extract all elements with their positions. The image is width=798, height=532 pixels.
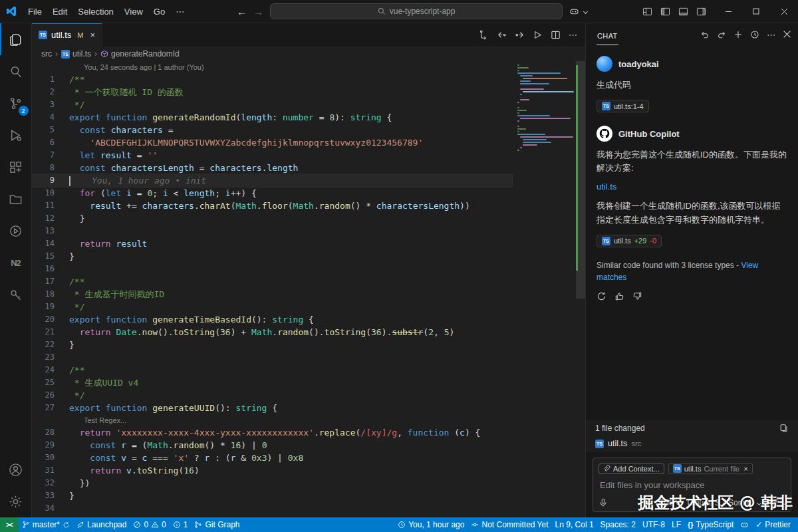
back-icon[interactable]: ←: [237, 6, 247, 17]
next-change-icon[interactable]: [515, 30, 525, 40]
blame-item[interactable]: You, 1 hour ago: [394, 517, 467, 532]
tab-util-ts[interactable]: TS util.ts M ×: [32, 23, 102, 47]
cursor-position-item[interactable]: Ln 9, Col 1: [552, 517, 597, 532]
toggle-panel-icon[interactable]: [678, 7, 688, 17]
search-nav-icon[interactable]: [0, 55, 32, 87]
thumbs-up-icon[interactable]: [614, 291, 624, 301]
formatter-item[interactable]: ✓ Prettier: [752, 517, 794, 532]
more-actions-icon[interactable]: ⋯: [569, 30, 577, 40]
send-button[interactable]: [769, 498, 785, 507]
menu-edit[interactable]: Edit: [47, 4, 72, 19]
menu-overflow[interactable]: ⋯: [170, 4, 190, 19]
language-mode-item[interactable]: {} TypeScript: [684, 517, 737, 532]
code-line[interactable]: 7 let result = '': [32, 149, 512, 162]
minimize-button[interactable]: [714, 0, 742, 23]
split-editor-icon[interactable]: [551, 30, 561, 40]
code-line[interactable]: 32 }): [32, 477, 512, 489]
code-line[interactable]: 19 */: [32, 301, 512, 313]
breadcrumb-symbol[interactable]: generateRandomId: [100, 49, 180, 59]
code-line[interactable]: 25 * 生成UUID v4: [32, 376, 512, 389]
chat-close-icon[interactable]: [783, 30, 791, 40]
file-link[interactable]: util.ts: [597, 182, 787, 192]
chat-history-icon[interactable]: [750, 30, 759, 40]
code-line[interactable]: 33}: [32, 489, 512, 502]
redo-edit-icon[interactable]: [717, 30, 726, 40]
code-line[interactable]: 4export function generateRandomId(length…: [32, 111, 512, 124]
git-graph-item[interactable]: Git Graph: [191, 517, 243, 532]
microphone-icon[interactable]: [598, 498, 608, 507]
code-line[interactable]: 21 return Date.now().toString(36) + Math…: [32, 326, 512, 338]
thumbs-down-icon[interactable]: [632, 291, 642, 301]
run-debug-icon[interactable]: [0, 119, 32, 151]
add-context-button[interactable]: Add Context...: [598, 464, 664, 474]
tab-close-icon[interactable]: ×: [90, 30, 96, 40]
code-line[interactable]: 5 const characters =: [32, 124, 512, 136]
toggle-secondary-sidebar-icon[interactable]: [696, 7, 706, 17]
maximize-button[interactable]: [742, 0, 770, 23]
code-line[interactable]: 28 return 'xxxxxxxx-xxxx-4xxx-yxxx-xxxxx…: [32, 426, 512, 439]
current-file-chip[interactable]: TS util.ts Current file ×: [668, 463, 753, 474]
file-reference-chip[interactable]: TS util.ts:1-4: [597, 100, 649, 112]
commit-status-item[interactable]: Not Committed Yet: [467, 517, 551, 532]
code-line[interactable]: 23: [32, 351, 512, 364]
problems-item[interactable]: 0 0: [130, 517, 169, 532]
code-line[interactable]: 27export function generateUUID(): string…: [32, 402, 512, 414]
source-control-icon[interactable]: 2: [0, 87, 32, 119]
customize-layout-icon[interactable]: [642, 7, 652, 17]
code-line[interactable]: 17/**: [32, 275, 512, 288]
launchpad-item[interactable]: Launchpad: [73, 517, 130, 532]
mode-selector[interactable]: Edit: [658, 498, 680, 507]
chat-text-input[interactable]: Edit files in your workspace: [598, 474, 785, 498]
codelens-annotation[interactable]: You, 24 seconds ago | 1 author (You): [32, 61, 512, 73]
code-editor[interactable]: You, 24 seconds ago | 1 author (You)1/**…: [32, 61, 585, 517]
code-line[interactable]: 29 const r = (Math.random() * 16) | 0: [32, 439, 512, 452]
chat-tab[interactable]: CHAT: [597, 25, 618, 45]
indentation-item[interactable]: Spaces: 2: [597, 517, 639, 532]
code-line[interactable]: 30 const v = c === 'x' ? r : (r & 0x3) |…: [32, 452, 512, 464]
forward-icon[interactable]: →: [253, 6, 263, 17]
code-line[interactable]: 26 */: [32, 389, 512, 402]
model-selector[interactable]: Claude 3.7 Sonnet: [688, 498, 761, 507]
undo-edit-icon[interactable]: [700, 30, 710, 40]
menu-selection[interactable]: Selection: [72, 4, 118, 19]
code-line[interactable]: 18 * 生成基于时间戳的ID: [32, 288, 512, 301]
code-line[interactable]: 6 'ABCDEFGHIJKLMNOPQRSTUVWXYZabcdefghijk…: [32, 136, 512, 149]
breadcrumb-file[interactable]: TS util.ts: [61, 49, 91, 59]
live-preview-icon[interactable]: [0, 215, 32, 247]
minimap[interactable]: [515, 61, 576, 517]
code-line[interactable]: 11 result += characters.charAt(Math.floo…: [32, 200, 512, 212]
chat-input-box[interactable]: Add Context... TS util.ts Current file ×…: [593, 458, 791, 512]
previous-change-icon[interactable]: [497, 30, 507, 40]
encoding-item[interactable]: UTF-8: [639, 517, 668, 532]
code-line[interactable]: 10 for (let i = 0; i < length; i++) {: [32, 187, 512, 200]
codelens-annotation[interactable]: Test Regex...: [32, 414, 512, 426]
breadcrumb-src[interactable]: src: [41, 49, 52, 59]
chat-more-icon[interactable]: ⋯: [767, 30, 775, 40]
code-line[interactable]: 8 const charactersLength = characters.le…: [32, 162, 512, 174]
nx-console-icon[interactable]: N2: [0, 247, 32, 279]
editor-scrollbar[interactable]: [576, 61, 585, 517]
close-button[interactable]: [770, 0, 798, 23]
eol-item[interactable]: LF: [668, 517, 684, 532]
files-changed-row[interactable]: 1 file changed: [586, 420, 798, 436]
explorer-icon[interactable]: [0, 23, 32, 55]
open-changes-icon[interactable]: [479, 30, 489, 40]
run-file-icon[interactable]: [533, 30, 543, 40]
diff-stat-chip[interactable]: TS util.ts +29 -0: [597, 235, 662, 247]
copilot-menu-icon[interactable]: [569, 7, 587, 17]
new-chat-icon[interactable]: [733, 30, 743, 40]
code-line[interactable]: 1/**: [32, 73, 512, 86]
code-line[interactable]: 24/**: [32, 364, 512, 376]
info-count-item[interactable]: 1: [170, 517, 192, 532]
remove-context-icon[interactable]: ×: [743, 465, 747, 473]
code-line[interactable]: 15}: [32, 250, 512, 263]
view-diff-icon[interactable]: [779, 424, 789, 433]
code-line[interactable]: 20export function generateTimeBasedId():…: [32, 313, 512, 326]
code-line[interactable]: 9You, 1 hour ago • init: [32, 174, 512, 187]
code-line[interactable]: 31 return v.toString(16): [32, 464, 512, 477]
toggle-sidebar-icon[interactable]: [660, 7, 670, 17]
code-line[interactable]: 34: [32, 502, 512, 515]
code-line[interactable]: 13: [32, 225, 512, 237]
changed-file-row[interactable]: TS util.ts src: [586, 436, 798, 452]
remote-indicator[interactable]: ><: [0, 517, 19, 532]
